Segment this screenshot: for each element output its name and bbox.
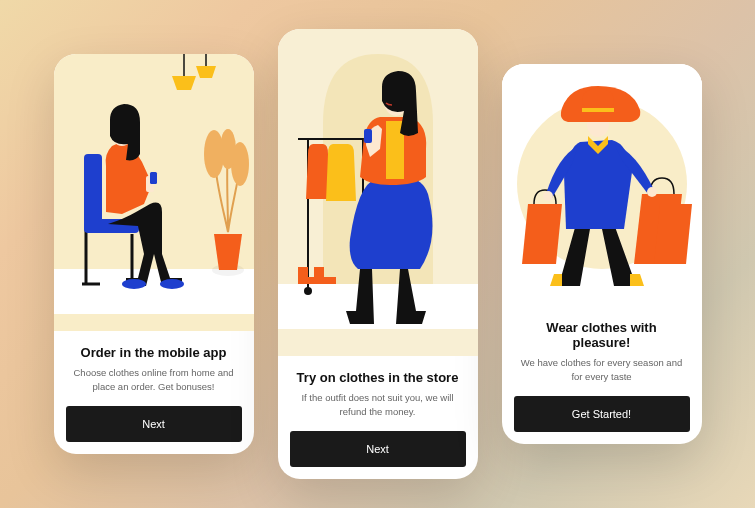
- text-block-1: Order in the mobile app Choose clothes o…: [54, 331, 254, 406]
- onboarding-title: Try on clothes in the store: [294, 370, 462, 385]
- onboarding-screen-1: Order in the mobile app Choose clothes o…: [54, 54, 254, 454]
- onboarding-title: Wear clothes with pleasure!: [518, 320, 686, 350]
- svg-point-17: [122, 279, 146, 289]
- svg-point-29: [647, 187, 657, 197]
- svg-rect-11: [84, 154, 102, 224]
- next-button[interactable]: Next: [290, 431, 466, 467]
- onboarding-description: We have clothes for every season and for…: [518, 356, 686, 384]
- svg-rect-32: [582, 108, 614, 112]
- onboarding-screen-2: Try on clothes in the store If the outfi…: [278, 29, 478, 479]
- onboarding-screen-3: Wear clothes with pleasure! We have clot…: [502, 64, 702, 444]
- svg-rect-24: [364, 129, 372, 143]
- illustration-order: [54, 54, 254, 331]
- text-block-3: Wear clothes with pleasure! We have clot…: [502, 306, 702, 396]
- onboarding-description: Choose clothes online from home and plac…: [70, 366, 238, 394]
- next-button[interactable]: Next: [66, 406, 242, 442]
- onboarding-title: Order in the mobile app: [70, 345, 238, 360]
- svg-rect-14: [150, 172, 157, 184]
- text-block-2: Try on clothes in the store If the outfi…: [278, 356, 478, 431]
- svg-point-16: [160, 279, 184, 289]
- svg-point-28: [543, 191, 553, 201]
- illustration-shopping: [502, 64, 702, 306]
- svg-point-6: [220, 129, 236, 169]
- onboarding-description: If the outfit does not suit you, we will…: [294, 391, 462, 419]
- get-started-button[interactable]: Get Started!: [514, 396, 690, 432]
- svg-point-22: [304, 287, 312, 295]
- illustration-tryon: [278, 29, 478, 356]
